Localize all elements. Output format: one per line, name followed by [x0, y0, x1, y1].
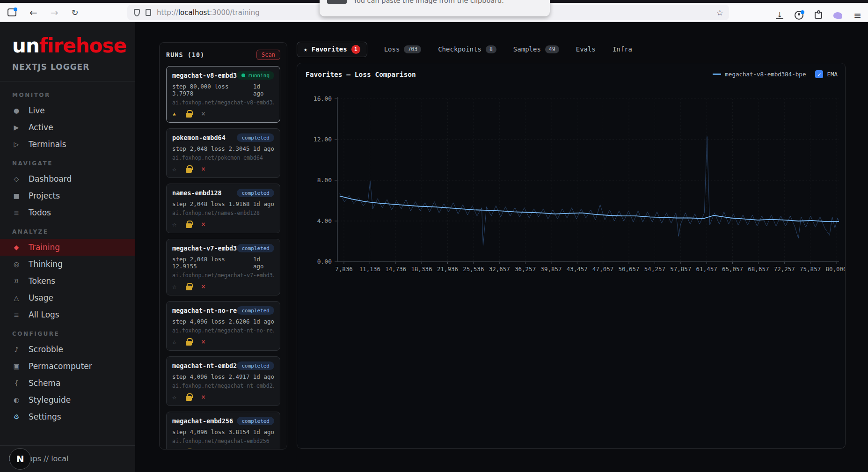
app-logo[interactable]: unfirehose — [12, 36, 123, 56]
lock-icon[interactable] — [186, 286, 192, 290]
lock-icon[interactable] — [186, 223, 192, 228]
reload-button[interactable]: ↻ — [72, 7, 79, 17]
downloads-icon[interactable]: ↓ — [776, 12, 783, 19]
sidebar-item-scrobble[interactable]: ♪Scrobble — [0, 341, 135, 358]
tab-icon[interactable] — [7, 8, 16, 16]
run-card-megachat-v8-embd3[interactable]: megachat-v8-embd3…runningstep 80,000 los… — [166, 66, 280, 123]
all-logs-icon: ≡ — [12, 311, 21, 318]
extensions-icon[interactable] — [815, 12, 822, 19]
run-card-megachat-nt-embd2[interactable]: megachat-nt-embd2…completedstep 4,096 lo… — [166, 356, 280, 406]
run-step-loss: step 4,096 loss 3.8154 — [172, 428, 250, 435]
tab-label: Infra — [613, 45, 632, 53]
status-badge: running — [237, 71, 274, 80]
browser-chrome: ← → ↻ http://localhost:3000/training ☆ ↓… — [0, 0, 868, 22]
favorite-star-icon[interactable]: ☆ — [172, 282, 176, 291]
favorite-star-icon[interactable]: ☆ — [172, 448, 176, 450]
tab-infra[interactable]: Infra — [613, 45, 632, 53]
run-card-megachat-nt-no-re[interactable]: megachat-nt-no-re…completedstep 4,096 lo… — [166, 301, 280, 351]
url-text[interactable]: http://localhost:3000/training — [157, 8, 260, 17]
sidebar-item-styleguide[interactable]: ◐Styleguide — [0, 391, 135, 408]
tab-evals[interactable]: Evals — [576, 45, 596, 53]
close-icon[interactable]: × — [201, 111, 205, 117]
favorite-star-icon[interactable]: ☆ — [172, 165, 176, 173]
sidebar-item-label: Dashboard — [29, 174, 72, 184]
shield-icon[interactable] — [134, 9, 140, 16]
svg-text:61,457: 61,457 — [696, 266, 717, 273]
menu-icon[interactable]: ≡ — [853, 10, 861, 21]
runs-list: megachat-v8-embd3…runningstep 80,000 los… — [166, 66, 280, 450]
svg-text:25,536: 25,536 — [463, 266, 484, 273]
back-button[interactable]: ← — [29, 7, 37, 18]
lock-icon[interactable] — [186, 113, 192, 118]
svg-text:36,257: 36,257 — [515, 266, 536, 273]
run-name: megachat-nt-no-re… — [172, 307, 237, 314]
bookmark-star-icon[interactable]: ☆ — [716, 8, 723, 17]
sidebar-item-thinking[interactable]: ◎Thinking — [0, 256, 135, 273]
svg-text:72,257: 72,257 — [774, 266, 795, 273]
sidebar-item-label: All Logs — [29, 310, 59, 319]
close-icon[interactable]: × — [201, 394, 205, 400]
tab-checkpoints[interactable]: Checkpoints8 — [438, 45, 496, 53]
svg-text:47,057: 47,057 — [592, 266, 613, 273]
run-card-pokemon-embd64[interactable]: pokemon-embd64completedstep 2,048 loss 2… — [166, 128, 280, 178]
favorite-star-icon[interactable]: ☆ — [172, 338, 176, 346]
sidebar-item-schema[interactable]: {Schema — [0, 375, 135, 391]
close-icon[interactable]: × — [201, 283, 205, 290]
run-age: 1d ago — [253, 318, 274, 325]
tab-label: Checkpoints — [438, 45, 481, 53]
tab-samples[interactable]: Samples49 — [513, 45, 559, 53]
runs-panel: RUNS (10) Scan megachat-v8-embd3…running… — [159, 42, 287, 450]
sidebar-item-usage[interactable]: △Usage — [0, 289, 135, 306]
run-age: 1d ago — [253, 200, 274, 207]
svg-text:21,936: 21,936 — [437, 266, 458, 273]
sidebar-item-terminals[interactable]: ▷Terminals — [0, 136, 135, 153]
svg-text:12.00: 12.00 — [314, 136, 332, 143]
run-card-names-embd128[interactable]: names-embd128completedstep 2,048 loss 1.… — [166, 184, 280, 233]
sidebar-item-all-logs[interactable]: ≡All Logs — [0, 306, 135, 323]
run-age: 1d ago — [253, 428, 274, 435]
sidebar-item-label: Styleguide — [29, 395, 71, 405]
tab-loss[interactable]: Loss703 — [384, 45, 422, 53]
sidebar-item-tokens[interactable]: ¤Tokens — [0, 273, 135, 289]
lock-icon[interactable] — [186, 168, 192, 173]
favorite-star-icon[interactable]: ☆ — [172, 393, 176, 401]
sidebar-item-todos[interactable]: ≡Todos — [0, 204, 135, 221]
account-icon[interactable] — [795, 11, 803, 20]
page-info-icon[interactable] — [146, 9, 151, 16]
lock-icon[interactable] — [186, 341, 192, 346]
tab-favorites[interactable]: ★Favorites1 — [297, 42, 367, 57]
run-url: ai.foxhop.net/megachat-v8-embd3… — [172, 99, 274, 106]
close-icon[interactable]: × — [201, 166, 205, 172]
app-page: unfirehose NEXTJS LOGGER MONITOR●Live▶Ac… — [0, 22, 868, 472]
svg-text:43,457: 43,457 — [567, 266, 588, 273]
ema-toggle[interactable]: ✓ EMA — [815, 70, 838, 78]
sidebar-item-label: Permacomputer — [29, 361, 92, 371]
favorite-star-icon[interactable]: ★ — [172, 110, 176, 118]
sidebar-item-active[interactable]: ▶Active — [0, 119, 135, 136]
avatar[interactable]: N — [9, 448, 31, 470]
close-icon[interactable]: × — [201, 339, 205, 345]
favorite-star-icon[interactable]: ☆ — [172, 220, 176, 229]
lock-icon[interactable] — [186, 396, 192, 401]
close-icon[interactable]: × — [201, 449, 205, 450]
sidebar-item-live[interactable]: ●Live — [0, 102, 135, 119]
sidebar-item-dashboard[interactable]: ◇Dashboard — [0, 170, 135, 187]
ema-checkbox[interactable]: ✓ — [815, 70, 823, 78]
ghost-extension-icon[interactable] — [833, 12, 842, 19]
scan-button[interactable]: Scan — [256, 50, 280, 60]
run-card-megachat-v7-embd3[interactable]: megachat-v7-embd3…completedstep 2,048 lo… — [166, 239, 280, 295]
sidebar-item-label: Usage — [29, 293, 53, 302]
run-card-megachat-embd256[interactable]: megachat-embd256completedstep 4,096 loss… — [166, 412, 280, 450]
sidebar-item-permacomputer[interactable]: ▣Permacomputer — [0, 358, 135, 375]
sidebar-item-training[interactable]: ◆Training — [0, 239, 135, 256]
run-name: megachat-v7-embd3… — [172, 244, 237, 252]
sidebar-item-label: Todos — [29, 208, 51, 217]
sidebar-item-projects[interactable]: ■Projects — [0, 187, 135, 204]
close-icon[interactable]: × — [201, 221, 205, 228]
svg-text:8.00: 8.00 — [317, 177, 332, 184]
svg-text:16.00: 16.00 — [314, 95, 332, 102]
scrobble-icon: ♪ — [12, 346, 21, 353]
logo-block: unfirehose NEXTJS LOGGER — [0, 22, 135, 81]
sidebar-item-settings[interactable]: ⚙Settings — [0, 408, 135, 425]
run-step-loss: step 80,000 loss 3.7978 — [172, 83, 253, 97]
